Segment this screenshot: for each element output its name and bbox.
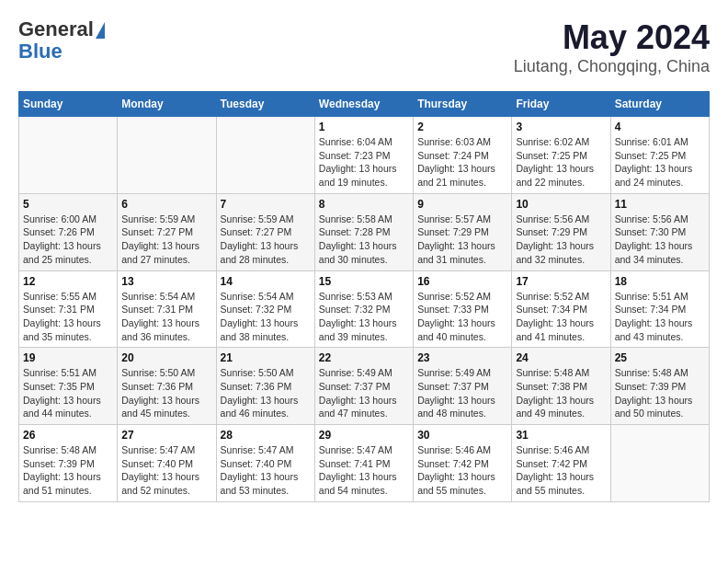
day-info: Sunrise: 5:46 AMSunset: 7:42 PMDaylight:… bbox=[516, 443, 606, 498]
day-info: Sunrise: 5:48 AMSunset: 7:39 PMDaylight:… bbox=[615, 366, 705, 420]
calendar-cell-w3-d0: 12Sunrise: 5:55 AMSunset: 7:31 PMDayligh… bbox=[19, 270, 118, 348]
calendar-cell-w3-d4: 16Sunrise: 5:52 AMSunset: 7:33 PMDayligh… bbox=[414, 270, 512, 348]
weekday-sunday: Sunday bbox=[19, 92, 118, 117]
calendar-cell-w5-d4: 30Sunrise: 5:46 AMSunset: 7:42 PMDayligh… bbox=[414, 425, 512, 502]
day-number: 27 bbox=[121, 429, 211, 442]
calendar-cell-w2-d5: 10Sunrise: 5:56 AMSunset: 7:29 PMDayligh… bbox=[512, 193, 610, 270]
week-row-2: 5Sunrise: 6:00 AMSunset: 7:26 PMDaylight… bbox=[19, 193, 710, 270]
day-number: 9 bbox=[417, 198, 507, 211]
calendar-cell-w5-d2: 28Sunrise: 5:47 AMSunset: 7:40 PMDayligh… bbox=[216, 425, 314, 502]
day-number: 5 bbox=[23, 198, 113, 211]
calendar-cell-w4-d6: 25Sunrise: 5:48 AMSunset: 7:39 PMDayligh… bbox=[610, 348, 709, 425]
day-info: Sunrise: 5:58 AMSunset: 7:28 PMDaylight:… bbox=[319, 213, 409, 267]
day-number: 26 bbox=[23, 429, 113, 442]
calendar-cell-w5-d0: 26Sunrise: 5:48 AMSunset: 7:39 PMDayligh… bbox=[19, 425, 118, 502]
day-number: 4 bbox=[615, 121, 705, 133]
calendar-subtitle: Liutang, Chongqing, China bbox=[514, 57, 710, 76]
calendar-cell-w4-d0: 19Sunrise: 5:51 AMSunset: 7:35 PMDayligh… bbox=[19, 348, 118, 425]
calendar-cell-w5-d6 bbox=[610, 425, 709, 502]
calendar-cell-w2-d2: 7Sunrise: 5:59 AMSunset: 7:27 PMDaylight… bbox=[216, 193, 314, 270]
day-info: Sunrise: 5:54 AMSunset: 7:32 PMDaylight:… bbox=[221, 290, 311, 344]
calendar-cell-w4-d5: 24Sunrise: 5:48 AMSunset: 7:38 PMDayligh… bbox=[512, 348, 610, 425]
calendar-cell-w4-d1: 20Sunrise: 5:50 AMSunset: 7:36 PMDayligh… bbox=[118, 348, 216, 425]
day-info: Sunrise: 5:52 AMSunset: 7:34 PMDaylight:… bbox=[516, 290, 606, 344]
day-info: Sunrise: 5:46 AMSunset: 7:42 PMDaylight:… bbox=[417, 443, 507, 498]
day-number: 15 bbox=[319, 275, 409, 288]
day-info: Sunrise: 5:49 AMSunset: 7:37 PMDaylight:… bbox=[417, 366, 507, 420]
day-number: 18 bbox=[615, 275, 705, 288]
calendar-cell-w1-d2 bbox=[216, 117, 314, 194]
calendar-cell-w1-d0 bbox=[19, 117, 118, 194]
day-info: Sunrise: 5:56 AMSunset: 7:30 PMDaylight:… bbox=[615, 213, 705, 267]
day-number: 1 bbox=[319, 121, 409, 133]
day-info: Sunrise: 6:04 AMSunset: 7:23 PMDaylight:… bbox=[319, 135, 409, 190]
weekday-friday: Friday bbox=[512, 92, 610, 117]
day-number: 22 bbox=[319, 351, 409, 364]
day-info: Sunrise: 5:59 AMSunset: 7:27 PMDaylight:… bbox=[221, 213, 311, 267]
day-info: Sunrise: 6:03 AMSunset: 7:24 PMDaylight:… bbox=[417, 135, 507, 190]
day-number: 30 bbox=[417, 429, 507, 442]
calendar-cell-w3-d1: 13Sunrise: 5:54 AMSunset: 7:31 PMDayligh… bbox=[118, 270, 216, 348]
weekday-wednesday: Wednesday bbox=[314, 92, 413, 117]
day-info: Sunrise: 5:47 AMSunset: 7:40 PMDaylight:… bbox=[121, 443, 211, 498]
weekday-tuesday: Tuesday bbox=[216, 92, 314, 117]
day-info: Sunrise: 6:00 AMSunset: 7:26 PMDaylight:… bbox=[23, 213, 113, 267]
calendar-cell-w1-d1 bbox=[118, 117, 216, 194]
day-info: Sunrise: 5:51 AMSunset: 7:34 PMDaylight:… bbox=[615, 290, 705, 344]
calendar-cell-w2-d0: 5Sunrise: 6:00 AMSunset: 7:26 PMDaylight… bbox=[19, 193, 118, 270]
day-number: 29 bbox=[319, 429, 409, 442]
day-number: 13 bbox=[121, 275, 211, 288]
calendar-cell-w2-d1: 6Sunrise: 5:59 AMSunset: 7:27 PMDaylight… bbox=[118, 193, 216, 270]
day-info: Sunrise: 6:02 AMSunset: 7:25 PMDaylight:… bbox=[516, 135, 606, 190]
day-info: Sunrise: 5:47 AMSunset: 7:40 PMDaylight:… bbox=[221, 443, 311, 498]
day-number: 10 bbox=[516, 198, 606, 211]
weekday-monday: Monday bbox=[118, 92, 216, 117]
calendar-cell-w1-d5: 3Sunrise: 6:02 AMSunset: 7:25 PMDaylight… bbox=[512, 117, 610, 194]
week-row-3: 12Sunrise: 5:55 AMSunset: 7:31 PMDayligh… bbox=[19, 270, 710, 348]
day-info: Sunrise: 5:59 AMSunset: 7:27 PMDaylight:… bbox=[121, 213, 211, 267]
day-info: Sunrise: 5:49 AMSunset: 7:37 PMDaylight:… bbox=[319, 366, 409, 420]
weekday-header-row: SundayMondayTuesdayWednesdayThursdayFrid… bbox=[19, 92, 710, 117]
calendar-cell-w1-d4: 2Sunrise: 6:03 AMSunset: 7:24 PMDaylight… bbox=[414, 117, 512, 194]
calendar-cell-w2-d6: 11Sunrise: 5:56 AMSunset: 7:30 PMDayligh… bbox=[610, 193, 709, 270]
calendar-cell-w2-d3: 8Sunrise: 5:58 AMSunset: 7:28 PMDaylight… bbox=[314, 193, 413, 270]
weekday-saturday: Saturday bbox=[610, 92, 709, 117]
day-info: Sunrise: 5:47 AMSunset: 7:41 PMDaylight:… bbox=[319, 443, 409, 498]
day-info: Sunrise: 5:48 AMSunset: 7:38 PMDaylight:… bbox=[516, 366, 606, 420]
logo: General Blue bbox=[18, 18, 105, 63]
logo-general: General bbox=[18, 17, 94, 40]
day-number: 28 bbox=[221, 429, 311, 442]
calendar-cell-w3-d6: 18Sunrise: 5:51 AMSunset: 7:34 PMDayligh… bbox=[610, 270, 709, 348]
day-number: 31 bbox=[516, 429, 606, 442]
week-row-1: 1Sunrise: 6:04 AMSunset: 7:23 PMDaylight… bbox=[19, 117, 710, 194]
calendar-cell-w3-d3: 15Sunrise: 5:53 AMSunset: 7:32 PMDayligh… bbox=[314, 270, 413, 348]
day-info: Sunrise: 6:01 AMSunset: 7:25 PMDaylight:… bbox=[615, 135, 705, 190]
calendar-cell-w2-d4: 9Sunrise: 5:57 AMSunset: 7:29 PMDaylight… bbox=[414, 193, 512, 270]
calendar-cell-w4-d2: 21Sunrise: 5:50 AMSunset: 7:36 PMDayligh… bbox=[216, 348, 314, 425]
day-info: Sunrise: 5:57 AMSunset: 7:29 PMDaylight:… bbox=[417, 213, 507, 267]
weekday-thursday: Thursday bbox=[414, 92, 512, 117]
week-row-5: 26Sunrise: 5:48 AMSunset: 7:39 PMDayligh… bbox=[19, 425, 710, 502]
day-info: Sunrise: 5:51 AMSunset: 7:35 PMDaylight:… bbox=[23, 366, 113, 420]
day-number: 11 bbox=[615, 198, 705, 211]
day-number: 3 bbox=[516, 121, 606, 133]
calendar-cell-w4-d3: 22Sunrise: 5:49 AMSunset: 7:37 PMDayligh… bbox=[314, 348, 413, 425]
day-number: 20 bbox=[121, 351, 211, 364]
calendar-cell-w1-d3: 1Sunrise: 6:04 AMSunset: 7:23 PMDaylight… bbox=[314, 117, 413, 194]
day-info: Sunrise: 5:50 AMSunset: 7:36 PMDaylight:… bbox=[121, 366, 211, 420]
calendar-cell-w5-d5: 31Sunrise: 5:46 AMSunset: 7:42 PMDayligh… bbox=[512, 425, 610, 502]
title-block: May 2024 Liutang, Chongqing, China bbox=[514, 18, 710, 76]
day-number: 23 bbox=[417, 351, 507, 364]
day-number: 21 bbox=[221, 351, 311, 364]
calendar-table: SundayMondayTuesdayWednesdayThursdayFrid… bbox=[18, 91, 710, 502]
day-number: 8 bbox=[319, 198, 409, 211]
calendar-title: May 2024 bbox=[514, 18, 710, 57]
calendar-cell-w5-d1: 27Sunrise: 5:47 AMSunset: 7:40 PMDayligh… bbox=[118, 425, 216, 502]
day-number: 17 bbox=[516, 275, 606, 288]
day-info: Sunrise: 5:52 AMSunset: 7:33 PMDaylight:… bbox=[417, 290, 507, 344]
page-header: General Blue May 2024 Liutang, Chongqing… bbox=[18, 18, 710, 76]
day-number: 7 bbox=[221, 198, 311, 211]
calendar-cell-w4-d4: 23Sunrise: 5:49 AMSunset: 7:37 PMDayligh… bbox=[414, 348, 512, 425]
day-info: Sunrise: 5:56 AMSunset: 7:29 PMDaylight:… bbox=[516, 213, 606, 267]
day-number: 16 bbox=[417, 275, 507, 288]
